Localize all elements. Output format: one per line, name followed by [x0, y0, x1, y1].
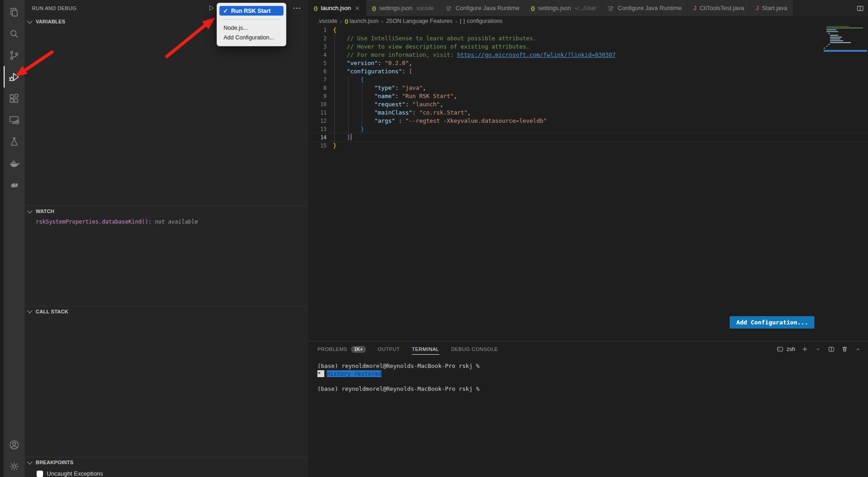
activity-bar: [4, 0, 25, 477]
checkbox-unchecked-icon[interactable]: [37, 471, 43, 477]
dropdown-item-add-configuration[interactable]: Add Configuration...: [219, 33, 284, 43]
watch-section-header[interactable]: WATCH: [25, 206, 308, 216]
text-cursor: [351, 134, 352, 140]
panel-tab-label: TERMINAL: [412, 346, 439, 352]
code-line-13[interactable]: 13 }: [308, 125, 868, 133]
code-line-11[interactable]: 11 "mainClass": "co.rsk.Start",: [308, 109, 868, 117]
line-number: 5: [308, 59, 333, 67]
close-icon[interactable]: [354, 5, 360, 11]
symbol-array-icon: [ ]: [460, 19, 467, 24]
maximize-panel-chevron-up-icon[interactable]: [854, 345, 862, 353]
code-line-text: "mainClass": "co.rsk.Start",: [333, 109, 471, 117]
bottom-panel: PROBLEMS1K+OUTPUTTERMINALDEBUG CONSOLE z…: [308, 341, 868, 477]
panel-tab-problems[interactable]: PROBLEMS1K+: [317, 341, 366, 357]
line-number: 6: [308, 67, 333, 76]
window-edge: [0, 0, 4, 477]
code-line-15[interactable]: 15}: [308, 142, 868, 150]
terminal-line: (base) reynoldmorel@Reynolds-MacBook-Pro…: [317, 362, 868, 370]
activity-item-docker[interactable]: [4, 152, 25, 174]
tab-configure-java-runtime[interactable]: Configure Java Runtime: [602, 0, 688, 16]
watch-label: WATCH: [36, 208, 55, 214]
panel-header: PROBLEMS1K+OUTPUTTERMINALDEBUG CONSOLE z…: [308, 341, 868, 357]
launch-profile-chevron-down-icon[interactable]: [814, 345, 822, 353]
dropdown-item-nodejs[interactable]: Node.js...: [219, 23, 284, 33]
panel-tab-terminal[interactable]: TERMINAL: [412, 341, 439, 357]
code-line-6[interactable]: 6 "configurations": [: [308, 67, 868, 76]
kill-terminal-trash-icon[interactable]: [841, 345, 848, 353]
breadcrumb-item-configurations[interactable]: [ ] configurations: [460, 18, 502, 24]
new-terminal-plus-icon[interactable]: [801, 345, 808, 353]
breadcrumb-label: .vscode: [317, 18, 337, 24]
shell-label: zsh: [786, 346, 795, 352]
panel-tab-debug-console[interactable]: DEBUG CONSOLE: [451, 341, 498, 357]
sidebar-title: RUN AND DEBUG: [32, 5, 76, 11]
json-file-icon: {}: [372, 5, 376, 11]
terminal-line: [317, 378, 868, 385]
code-line-14[interactable]: 14 ]: [308, 133, 868, 142]
activity-item-run-and-debug[interactable]: [4, 66, 25, 88]
call-stack-section-header[interactable]: CALL STACK: [25, 307, 308, 317]
code-line-12[interactable]: 12 "args" : "--regtest -Xkeyvalue.dataso…: [308, 117, 868, 125]
tab-settings-json[interactable]: {}settings.json.vscode: [366, 0, 440, 16]
code-line-8[interactable]: 8 "type": "java",: [308, 84, 868, 92]
breadcrumb-item-launch-json[interactable]: {} launch.json: [344, 18, 378, 24]
watch-expression-item[interactable]: rskSystemProperties.databaseKind(): not …: [36, 219, 308, 225]
tab-label: settings.json: [379, 5, 412, 11]
tab-configure-java-runtime[interactable]: Configure Java Runtime: [440, 0, 525, 16]
code-line-10[interactable]: 10 "request": "launch",: [308, 100, 868, 109]
chevron-down-icon: [27, 18, 32, 23]
activity-item-settings[interactable]: [4, 455, 25, 477]
code-editor[interactable]: 1{2 // Use IntelliSense to learn about p…: [308, 26, 868, 341]
breakpoint-uncaught-exceptions[interactable]: Uncaught Exceptions: [37, 470, 308, 477]
minimap[interactable]: [824, 26, 867, 52]
watch-expression: rskSystemProperties.databaseKind():: [36, 219, 152, 225]
panel-actions: zsh: [776, 345, 862, 353]
editor-group: {}launch.json{}settings.json.vscodeConfi…: [308, 0, 868, 477]
activity-item-remote-explorer[interactable]: [4, 109, 25, 131]
terminal-icon: [776, 345, 784, 353]
code-line-1[interactable]: 1{: [308, 26, 868, 34]
code-line-text: // For more information, visit: https://…: [333, 51, 616, 59]
activity-item-testing[interactable]: [4, 131, 25, 152]
code-line-3[interactable]: 3 // Hover to view descriptions of exist…: [308, 43, 868, 51]
split-editor-icon[interactable]: [856, 4, 864, 12]
java-runtime-cup-icon: [446, 5, 453, 11]
code-line-text: "request": "launch",: [333, 100, 443, 109]
activity-item-source-control[interactable]: [4, 44, 25, 66]
terminal-output[interactable]: (base) reynoldmorel@Reynolds-MacBook-Pro…: [308, 357, 868, 477]
activity-item-gradle[interactable]: [4, 174, 25, 195]
activity-item-accounts[interactable]: [4, 434, 25, 455]
activity-item-search[interactable]: [4, 23, 25, 44]
views-more-actions-icon[interactable]: ···: [293, 6, 301, 11]
tab-start-java[interactable]: JStart.java: [750, 0, 793, 16]
code-line-9[interactable]: 9 "name": "Run RSK Start",: [308, 92, 868, 100]
activity-item-extensions[interactable]: [4, 88, 25, 109]
tab-label: CliToolsTest.java: [700, 5, 744, 11]
breakpoints-section-header[interactable]: BREAKPOINTS: [25, 457, 308, 467]
dropdown-separator: [224, 19, 279, 20]
tab-clitoolstest-java[interactable]: JCliToolsTest.java: [688, 0, 750, 16]
search-icon: [8, 28, 20, 40]
add-configuration-button[interactable]: Add Configuration...: [730, 316, 814, 329]
activity-item-explorer[interactable]: [4, 1, 25, 23]
breadcrumb-item--vscode[interactable]: .vscode: [317, 18, 337, 24]
code-line-7[interactable]: 7 {: [308, 76, 868, 84]
terminal-shell-chip[interactable]: zsh: [776, 345, 795, 353]
terminal-line: (base) reynoldmorel@Reynolds-MacBook-Pro…: [317, 385, 868, 393]
watch-section: WATCH rskSystemProperties.databaseKind()…: [25, 206, 308, 306]
debug-start-icon[interactable]: [207, 4, 215, 12]
code-line-text: "configurations": [: [333, 67, 412, 76]
tabbar-actions: [856, 0, 868, 16]
breadcrumb-item-json-language-features[interactable]: JSON Language Features: [386, 18, 453, 24]
code-line-text: {: [333, 76, 364, 84]
code-line-2[interactable]: 2 // Use IntelliSense to learn about pos…: [308, 34, 868, 43]
dropdown-selected-run-rsk-start[interactable]: ✓ Run RSK Start: [219, 6, 284, 16]
panel-tab-output[interactable]: OUTPUT: [378, 341, 400, 357]
code-line-5[interactable]: 5 "version": "0.2.0",: [308, 59, 868, 67]
tab-launch-json[interactable]: {}launch.json: [308, 0, 366, 16]
code-line-4[interactable]: 4 // For more information, visit: https:…: [308, 51, 868, 59]
tab-settings-json[interactable]: {}settings.json~/.../User: [525, 0, 602, 16]
debug-configuration-dropdown: ✓ Run RSK Start Node.js... Add Configura…: [217, 3, 286, 46]
split-terminal-icon[interactable]: [828, 345, 835, 353]
breakpoint-label: Uncaught Exceptions: [47, 470, 103, 477]
